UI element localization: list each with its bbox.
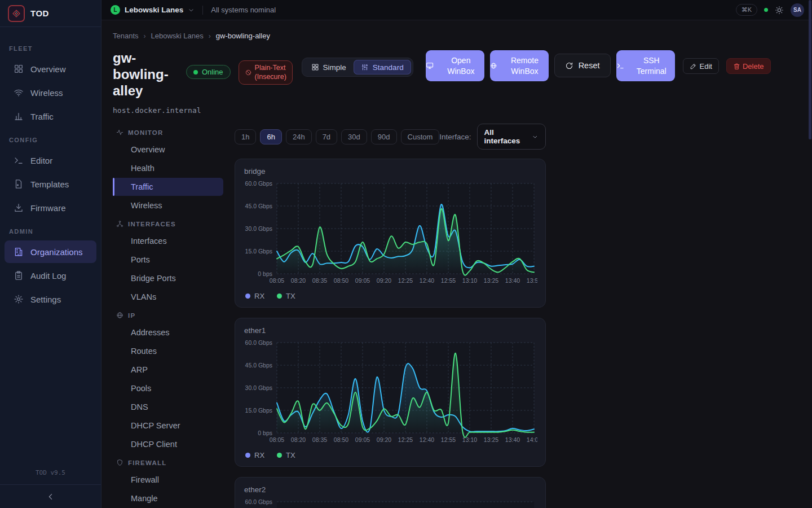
- device-actions: Open WinBox Remote WinBox Reset SSH Term…: [420, 50, 771, 81]
- legend-rx: RX: [245, 451, 264, 459]
- svg-text:13:25: 13:25: [484, 436, 498, 443]
- svg-text:13:25: 13:25: [484, 277, 498, 284]
- sidebar-item-firmware[interactable]: Firmware: [5, 196, 96, 219]
- sidebar-item-label: Traffic: [30, 112, 54, 121]
- svg-text:12:55: 12:55: [441, 436, 456, 443]
- device-nav-mangle[interactable]: Mangle: [113, 489, 223, 507]
- sidebar-item-label: Organizations: [30, 247, 83, 257]
- chart-legend: RX TX: [245, 292, 536, 300]
- edit-label: Edit: [700, 62, 712, 71]
- command-palette-shortcut[interactable]: ⌘K: [736, 4, 757, 16]
- nav-section-admin: ADMIN: [0, 220, 101, 239]
- user-avatar[interactable]: SA: [791, 3, 804, 17]
- svg-text:12:25: 12:25: [398, 277, 413, 284]
- chevron-down-icon: [188, 7, 195, 14]
- trash-icon: [733, 63, 740, 70]
- sidebar-item-label: Editor: [30, 156, 52, 165]
- scrollbar-thumb[interactable]: [809, 0, 811, 139]
- sidebar-item-label: Settings: [30, 295, 61, 304]
- open-winbox-button[interactable]: Open WinBox: [426, 50, 484, 81]
- device-nav-firewall[interactable]: Firewall: [113, 471, 223, 489]
- download-icon: [14, 203, 24, 213]
- range-7d-button[interactable]: 7d: [316, 129, 337, 144]
- sidebar-item-templates[interactable]: Templates: [5, 173, 96, 195]
- page-content: Tenants › Lebowski Lanes › gw-bowling-al…: [102, 20, 812, 508]
- tx-legend-dot: [277, 294, 282, 299]
- device-nav-dns[interactable]: DNS: [113, 398, 223, 416]
- svg-text:30.0 Gbps: 30.0 Gbps: [245, 384, 272, 391]
- sidebar-collapse-button[interactable]: [0, 484, 101, 508]
- breadcrumb-separator: ›: [209, 32, 211, 40]
- range-24h-button[interactable]: 24h: [286, 129, 312, 144]
- sidebar-item-organizations[interactable]: Organizations: [5, 240, 96, 263]
- sidebar-item-wireless[interactable]: Wireless: [5, 81, 96, 104]
- device-nav-health[interactable]: Health: [113, 159, 223, 177]
- sidebar-item-audit-log[interactable]: Audit Log: [5, 264, 96, 287]
- file-icon: [14, 179, 24, 189]
- svg-text:09:20: 09:20: [377, 436, 391, 443]
- ssh-terminal-label: SSH Terminal: [628, 55, 675, 76]
- sidebar-item-overview[interactable]: Overview: [5, 58, 96, 80]
- bridge-traffic-chart: 60.0 Gbps45.0 Gbps30.0 Gbps15.0 Gbps0 bp…: [244, 179, 537, 287]
- shield-icon: [116, 459, 123, 466]
- svg-text:30.0 Gbps: 30.0 Gbps: [245, 225, 272, 232]
- sidebar-item-label: Wireless: [30, 88, 63, 98]
- view-mode-toggle: Simple Standard: [302, 58, 413, 77]
- online-dot: [193, 70, 198, 75]
- range-30d-button[interactable]: 30d: [341, 129, 367, 144]
- device-nav-interfaces[interactable]: Interfaces: [113, 232, 223, 250]
- tenant-switcher[interactable]: L Lebowski Lanes: [111, 5, 195, 15]
- remote-winbox-button[interactable]: Remote WinBox: [490, 50, 549, 81]
- device-nav-dhcp-server[interactable]: DHCP Server: [113, 417, 223, 435]
- app-sidebar: TOD FLEET Overview Wireless Traffic CONF…: [0, 0, 102, 508]
- view-standard-button[interactable]: Standard: [354, 60, 411, 75]
- legend-tx: TX: [277, 292, 295, 300]
- refresh-icon: [565, 62, 573, 70]
- device-nav-ports[interactable]: Ports: [113, 251, 223, 269]
- view-simple-button[interactable]: Simple: [304, 60, 354, 75]
- chart-card-ether1: ether1 60.0 Gbps45.0 Gbps30.0 Gbps15.0 G…: [235, 318, 546, 467]
- traffic-panel: 1h 6h 24h 7d 30d 90d Custom Interface: A…: [235, 124, 546, 508]
- device-nav-pools[interactable]: Pools: [113, 379, 223, 397]
- svg-text:08:20: 08:20: [291, 277, 306, 284]
- device-nav-overview[interactable]: Overview: [113, 141, 223, 159]
- reset-button[interactable]: Reset: [554, 54, 611, 77]
- online-label: Online: [202, 68, 223, 76]
- topbar: L Lebowski Lanes All systems nominal ⌘K …: [102, 0, 812, 20]
- range-custom-button[interactable]: Custom: [401, 129, 440, 144]
- device-nav-arp[interactable]: ARP: [113, 361, 223, 379]
- svg-text:15.0 Gbps: 15.0 Gbps: [245, 407, 272, 414]
- svg-text:15.0 Gbps: 15.0 Gbps: [245, 248, 272, 255]
- theme-toggle-button[interactable]: [775, 6, 784, 15]
- svg-text:13:40: 13:40: [505, 436, 520, 443]
- sidebar-item-settings[interactable]: Settings: [5, 288, 96, 310]
- network-icon: [116, 220, 123, 227]
- device-nav-dhcp-client[interactable]: DHCP Client: [113, 435, 223, 453]
- breadcrumb-tenants[interactable]: Tenants: [113, 32, 139, 40]
- svg-text:0 bps: 0 bps: [258, 270, 272, 277]
- device-nav-section-firewall: FIREWALL: [113, 454, 223, 470]
- range-90d-button[interactable]: 90d: [371, 129, 397, 144]
- range-6h-button[interactable]: 6h: [260, 129, 281, 144]
- device-nav-routes[interactable]: Routes: [113, 342, 223, 360]
- chevron-left-icon: [46, 492, 55, 501]
- edit-button[interactable]: Edit: [683, 58, 719, 74]
- delete-button[interactable]: Delete: [726, 58, 771, 74]
- breadcrumb-tenant[interactable]: Lebowski Lanes: [151, 32, 204, 40]
- view-standard-label: Standard: [373, 63, 404, 72]
- interface-select[interactable]: All interfaces: [477, 124, 546, 150]
- device-nav-addresses[interactable]: Addresses: [113, 323, 223, 341]
- device-nav-vlans[interactable]: VLANs: [113, 288, 223, 306]
- device-nav-wireless[interactable]: Wireless: [113, 196, 223, 214]
- device-nav-bridge-ports[interactable]: Bridge Ports: [113, 269, 223, 287]
- svg-text:09:05: 09:05: [355, 277, 370, 284]
- sidebar-item-editor[interactable]: Editor: [5, 149, 96, 172]
- svg-text:08:50: 08:50: [334, 436, 348, 443]
- sidebar-item-traffic[interactable]: Traffic: [5, 105, 96, 128]
- range-1h-button[interactable]: 1h: [235, 129, 256, 144]
- device-nav-traffic[interactable]: Traffic: [113, 178, 223, 196]
- ssh-terminal-button[interactable]: SSH Terminal: [616, 50, 675, 81]
- activity-icon: [116, 129, 123, 136]
- chart-card-bridge: bridge 60.0 Gbps45.0 Gbps30.0 Gbps15.0 G…: [235, 159, 546, 308]
- sidebar-item-label: Firmware: [30, 203, 66, 213]
